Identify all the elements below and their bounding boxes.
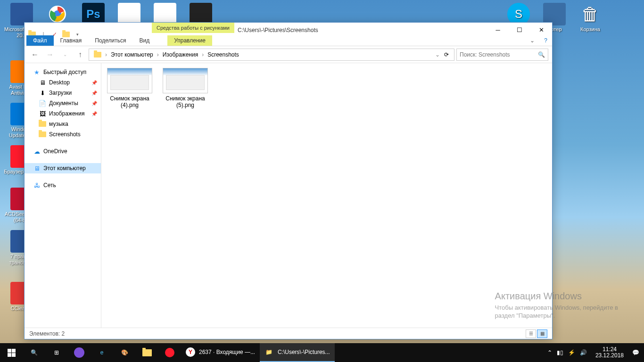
sidebar-item[interactable]: Screenshots xyxy=(25,129,101,140)
sidebar-item[interactable]: 🖥Desktop📌 xyxy=(25,77,101,88)
folder-icon: ⬇ xyxy=(39,89,46,97)
desktop: Microsoft Word 20...PsAvast Free Antivir… xyxy=(0,0,644,343)
help-icon[interactable]: ? xyxy=(539,35,552,46)
file-explorer-window: | ✓ ▾ Средства работы с рисунками C:\Use… xyxy=(24,22,553,339)
pin-icon: 📌 xyxy=(91,101,97,106)
forward-button[interactable]: → xyxy=(43,48,57,61)
search-button[interactable]: 🔍 xyxy=(23,343,45,362)
tab-share[interactable]: Поделиться xyxy=(88,35,132,46)
cloud-icon: ☁ xyxy=(33,148,41,155)
paint-button[interactable]: 🎨 xyxy=(113,343,136,362)
opera-button[interactable] xyxy=(158,343,181,362)
window-title: C:\Users\-\Pictures\Screenshots xyxy=(238,27,318,33)
star-icon: ★ xyxy=(33,68,41,76)
sidebar-item[interactable]: 🖼Изображения📌 xyxy=(25,108,101,119)
taskbar: 🔍 ⊞ e 🎨 Y2637 · Входящие —...📁C:\Users\-… xyxy=(0,343,644,362)
sidebar-item[interactable]: 📄Документы📌 xyxy=(25,98,101,108)
sidebar-onedrive[interactable]: ☁ OneDrive xyxy=(25,146,101,156)
file-list[interactable]: Снимок экрана (4).pngСнимок экрана (5).p… xyxy=(101,63,552,328)
breadcrumb-bar[interactable]: › Этот компьютер › Изображения › Screens… xyxy=(89,49,454,61)
wifi-icon[interactable]: ⚡ xyxy=(568,349,575,356)
system-tray: ⌃ ▮▯ ⚡ 🔊 11:24 23.12.2018 💬 xyxy=(543,346,644,359)
breadcrumb-images[interactable]: Изображения xyxy=(160,50,201,59)
tab-home[interactable]: Главная xyxy=(54,35,89,46)
folder-icon: 🖼 xyxy=(39,110,46,117)
explorer-button[interactable] xyxy=(136,343,158,362)
pin-icon: 📌 xyxy=(91,111,97,116)
notifications-icon[interactable]: 💬 xyxy=(632,349,639,356)
tab-view[interactable]: Вид xyxy=(132,35,156,46)
file-item[interactable]: Снимок экрана (4).png xyxy=(106,68,153,108)
taskbar-task[interactable]: Y2637 · Входящие —... xyxy=(181,343,260,362)
chevron-right-icon[interactable]: › xyxy=(157,51,159,58)
folder-icon xyxy=(39,131,46,138)
clock[interactable]: 11:24 23.12.2018 xyxy=(592,346,627,359)
folder-icon: 🖥 xyxy=(39,79,46,86)
battery-icon[interactable]: ▮▯ xyxy=(557,349,563,356)
sidebar-item[interactable]: музыка xyxy=(25,119,101,129)
search-input[interactable]: 🔍 xyxy=(456,49,548,61)
address-bar: ← → ⌄ ↑ › Этот компьютер › Изображения ›… xyxy=(25,46,552,63)
pin-icon: 📌 xyxy=(91,80,97,85)
svg-rect-4 xyxy=(8,353,11,357)
breadcrumb-screenshots[interactable]: Screenshots xyxy=(205,50,242,59)
recent-dropdown-icon[interactable]: ⌄ xyxy=(58,48,72,61)
svg-rect-5 xyxy=(12,353,16,357)
cortana-button[interactable] xyxy=(68,343,91,362)
tab-manage[interactable]: Управление xyxy=(167,35,212,46)
sidebar-quick-access[interactable]: ★ Быстрый доступ xyxy=(25,67,101,77)
thumbnails-view-button[interactable]: ▦ xyxy=(537,329,547,338)
tray-chevron-icon[interactable]: ⌃ xyxy=(547,349,552,356)
taskbar-task[interactable]: 📁C:\Users\-\Pictures... xyxy=(260,343,335,362)
svg-rect-3 xyxy=(12,349,16,353)
sidebar-this-pc[interactable]: 🖥 Этот компьютер xyxy=(25,163,101,173)
pin-icon: 📌 xyxy=(91,90,97,96)
folder-icon xyxy=(39,120,46,128)
ribbon-tabs: Файл Главная Поделиться Вид Управление ⌄… xyxy=(25,35,552,46)
up-button[interactable]: ↑ xyxy=(74,48,87,61)
sidebar-item[interactable]: ⬇Загрузки📌 xyxy=(25,88,101,98)
task-view-button[interactable]: ⊞ xyxy=(45,343,68,362)
activation-watermark: Активация Windows Чтобы активировать Win… xyxy=(495,291,618,320)
back-button[interactable]: ← xyxy=(28,48,41,61)
titlebar: | ✓ ▾ Средства работы с рисунками C:\Use… xyxy=(25,23,552,46)
chevron-right-icon[interactable]: › xyxy=(202,51,204,58)
chevron-down-icon[interactable]: ⌄ xyxy=(435,51,440,58)
desktop-icon[interactable]: 🗑Корзина xyxy=(572,3,608,33)
chevron-right-icon[interactable]: › xyxy=(105,51,107,58)
svg-rect-2 xyxy=(8,349,11,353)
refresh-icon[interactable]: ⟳ xyxy=(441,49,452,60)
start-button[interactable] xyxy=(0,343,23,362)
edge-button[interactable]: e xyxy=(91,343,113,362)
thumbnail-icon xyxy=(163,68,208,93)
contextual-tab-label: Средства работы с рисунками xyxy=(152,23,234,33)
tab-file[interactable]: Файл xyxy=(26,35,54,46)
search-icon[interactable]: 🔍 xyxy=(538,51,545,58)
breadcrumb-root[interactable] xyxy=(91,51,104,58)
item-count: Элементов: 2 xyxy=(29,330,65,337)
breadcrumb-pc[interactable]: Этот компьютер xyxy=(108,50,156,59)
thumbnail-icon xyxy=(107,68,152,93)
network-icon: 🖧 xyxy=(33,181,41,189)
search-field[interactable] xyxy=(460,51,538,58)
status-bar: Элементов: 2 ☰ ▦ xyxy=(25,328,552,339)
pc-icon: 🖥 xyxy=(33,165,41,172)
details-view-button[interactable]: ☰ xyxy=(526,329,536,338)
file-item[interactable]: Снимок экрана (5).png xyxy=(162,68,209,108)
volume-icon[interactable]: 🔊 xyxy=(580,349,587,356)
sidebar-network[interactable]: 🖧 Сеть xyxy=(25,180,101,190)
navigation-pane: ★ Быстрый доступ 🖥Desktop📌⬇Загрузки📌📄Док… xyxy=(25,63,101,328)
ribbon-collapse-icon[interactable]: ⌄ xyxy=(525,35,539,46)
folder-icon: 📄 xyxy=(39,99,46,107)
